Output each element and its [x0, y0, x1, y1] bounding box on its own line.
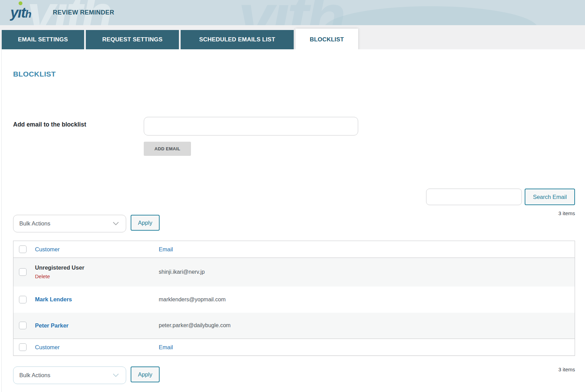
column-footer-customer[interactable]: Customer — [35, 344, 60, 350]
content-left-edge — [1, 49, 2, 392]
header-watermark-text: yith — [238, 0, 343, 25]
table-row: Peter Parker peter.parker@dailybugle.com — [13, 313, 575, 339]
yith-logo: yıth — [10, 6, 31, 20]
tablenav-top: Bulk Actions Apply 3 items — [13, 215, 575, 232]
settings-tabbar: EMAIL SETTINGS REQUEST SETTINGS SCHEDULE… — [0, 25, 585, 49]
search-email-input[interactable] — [426, 189, 522, 205]
tablenav-bottom: Bulk Actions Apply 3 items — [13, 366, 575, 384]
tab-email-settings[interactable]: EMAIL SETTINGS — [2, 30, 84, 49]
row-checkbox[interactable] — [19, 322, 27, 329]
column-footer-email[interactable]: Email — [159, 344, 173, 350]
bulk-actions-select[interactable]: Bulk Actions — [13, 215, 126, 232]
add-email-form: Add email to the blocklist ADD EMAIL — [13, 117, 575, 156]
tab-request-settings[interactable]: REQUEST SETTINGS — [86, 30, 179, 49]
blocklist-panel: BLOCKLIST Add email to the blocklist ADD… — [0, 49, 585, 384]
items-count: 3 items — [558, 210, 575, 216]
row-checkbox[interactable] — [19, 296, 27, 303]
page-title: BLOCKLIST — [13, 49, 575, 78]
tab-blocklist[interactable]: BLOCKLIST — [295, 29, 358, 51]
customer-name-link[interactable]: Peter Parker — [35, 322, 69, 329]
header-watermark-shape — [324, 6, 538, 25]
table-row: Mark Lenders marklenders@yopmail.com — [13, 287, 575, 313]
customer-email: marklenders@yopmail.com — [159, 296, 226, 302]
logo-green-dot-icon — [19, 1, 22, 5]
bulk-actions-selected-label: Bulk Actions — [19, 220, 50, 227]
select-all-checkbox[interactable] — [19, 343, 27, 351]
items-count-bottom: 3 items — [558, 366, 575, 372]
plugin-title: REVIEW REMINDER — [53, 9, 114, 16]
column-header-email[interactable]: Email — [159, 246, 173, 252]
tab-scheduled-emails-list[interactable]: SCHEDULED EMAILS LIST — [181, 30, 294, 49]
bulk-actions-select-bottom[interactable]: Bulk Actions — [13, 366, 126, 384]
search-email-button[interactable]: Search Email — [525, 189, 575, 205]
apply-button[interactable]: Apply — [131, 215, 160, 231]
plugin-header: yith yith yıth REVIEW REMINDER — [0, 0, 585, 25]
bulk-actions-selected-label: Bulk Actions — [19, 372, 50, 379]
customer-email: peter.parker@dailybugle.com — [159, 322, 231, 328]
add-email-button[interactable]: ADD EMAIL — [144, 142, 191, 156]
row-checkbox[interactable] — [19, 268, 27, 276]
chevron-down-icon — [113, 222, 119, 225]
delete-link[interactable]: Delete — [35, 273, 50, 279]
customer-email: shinji.ikari@nerv.jp — [159, 269, 205, 275]
apply-button-bottom[interactable]: Apply — [131, 366, 160, 382]
blocklist-table: Customer Email Unregistered User Delete … — [13, 241, 575, 356]
add-email-input[interactable] — [144, 117, 358, 135]
add-email-label: Add email to the blocklist — [13, 117, 144, 156]
search-row: Search Email — [13, 189, 575, 205]
customer-name: Unregistered User — [35, 264, 159, 271]
table-footer-row: Customer Email — [13, 339, 575, 356]
table-header-row: Customer Email — [13, 241, 575, 258]
chevron-down-icon — [113, 373, 119, 377]
column-header-customer[interactable]: Customer — [35, 246, 60, 252]
select-all-checkbox[interactable] — [19, 245, 27, 253]
table-row: Unregistered User Delete shinji.ikari@ne… — [13, 258, 575, 287]
customer-name-link[interactable]: Mark Lenders — [35, 296, 72, 302]
